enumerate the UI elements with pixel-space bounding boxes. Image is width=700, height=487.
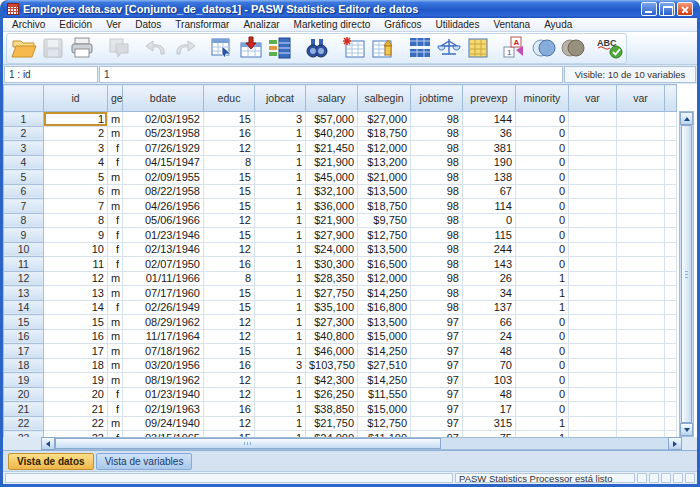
column-header-var1[interactable]: var: [569, 85, 617, 112]
cell-educ[interactable]: 12: [204, 141, 255, 156]
cell-educ[interactable]: 15: [204, 286, 255, 301]
cell-id[interactable]: 21: [44, 402, 108, 417]
cell-salbegin[interactable]: $18,750: [358, 199, 411, 214]
cell-prevexp[interactable]: 143: [463, 257, 516, 272]
cell-var1[interactable]: [569, 402, 617, 417]
cell-id[interactable]: 12: [44, 271, 108, 286]
cell-prevexp[interactable]: 48: [463, 344, 516, 359]
cell-salary[interactable]: $103,750: [306, 358, 358, 373]
recall-dialogs-icon[interactable]: [104, 34, 133, 62]
cell-gender[interactable]: m: [108, 199, 123, 214]
cell-minority[interactable]: 0: [516, 112, 569, 127]
cell-var2[interactable]: [617, 402, 665, 417]
cell-minority[interactable]: 0: [516, 199, 569, 214]
cell-salary[interactable]: $46,000: [306, 344, 358, 359]
cell-id[interactable]: 17: [44, 344, 108, 359]
row-header-11[interactable]: 11: [4, 257, 44, 272]
scroll-down-button[interactable]: [680, 423, 693, 436]
cell-var1[interactable]: [569, 300, 617, 315]
row-header-6[interactable]: 6: [4, 184, 44, 199]
save-icon[interactable]: [38, 34, 67, 62]
cell-jobtime[interactable]: 98: [411, 126, 463, 141]
cell-id[interactable]: 15: [44, 315, 108, 330]
row-header-4[interactable]: 4: [4, 155, 44, 170]
cell-id[interactable]: 1: [44, 112, 108, 127]
cell-jobtime[interactable]: 97: [411, 402, 463, 417]
menu-datos[interactable]: Datos: [128, 18, 168, 31]
cell-salary[interactable]: $40,200: [306, 126, 358, 141]
cell-jobtime[interactable]: 98: [411, 257, 463, 272]
cell-salary[interactable]: $38,850: [306, 402, 358, 417]
cell-var1[interactable]: [569, 199, 617, 214]
column-header-bdate[interactable]: bdate: [123, 85, 204, 112]
print-icon[interactable]: [67, 34, 96, 62]
cell-bdate[interactable]: 07/18/1962: [123, 344, 204, 359]
cell-jobcat[interactable]: 1: [255, 300, 306, 315]
cell-gender[interactable]: f: [108, 257, 123, 272]
cell-jobtime[interactable]: 98: [411, 184, 463, 199]
cell-var1[interactable]: [569, 358, 617, 373]
grid-corner-cell[interactable]: [4, 85, 44, 112]
cell-educ[interactable]: 15: [204, 228, 255, 243]
cell-educ[interactable]: 12: [204, 387, 255, 402]
cell-prevexp[interactable]: 103: [463, 373, 516, 388]
cell-gender[interactable]: m: [108, 358, 123, 373]
cell-bdate[interactable]: 09/24/1940: [123, 416, 204, 431]
cell-salbegin[interactable]: $16,800: [358, 300, 411, 315]
cell-jobcat[interactable]: 1: [255, 329, 306, 344]
weight-cases-icon[interactable]: [434, 34, 463, 62]
find-icon[interactable]: [302, 34, 331, 62]
cell-salbegin[interactable]: $27,000: [358, 112, 411, 127]
cell-editor[interactable]: 1: [99, 66, 563, 83]
cell-salbegin[interactable]: $13,500: [358, 184, 411, 199]
menu-ver[interactable]: Ver: [99, 18, 128, 31]
cell-var1[interactable]: [569, 286, 617, 301]
goto-variable-icon[interactable]: [236, 34, 265, 62]
value-labels-icon[interactable]: 1A: [500, 34, 529, 62]
column-header-var2[interactable]: var: [617, 85, 665, 112]
cell-bdate[interactable]: 04/15/1947: [123, 155, 204, 170]
cell-salbegin[interactable]: $12,000: [358, 271, 411, 286]
cell-var2[interactable]: [617, 315, 665, 330]
goto-case-icon[interactable]: [207, 34, 236, 62]
cell-prevexp[interactable]: 315: [463, 416, 516, 431]
cell-educ[interactable]: 16: [204, 257, 255, 272]
cell-gender[interactable]: f: [108, 155, 123, 170]
redo-icon[interactable]: [170, 34, 199, 62]
cell-salary[interactable]: $21,750: [306, 416, 358, 431]
cell-prevexp[interactable]: 114: [463, 199, 516, 214]
cell-salary[interactable]: $26,250: [306, 387, 358, 402]
column-header-salary[interactable]: salary: [306, 85, 358, 112]
cell-minority[interactable]: 0: [516, 126, 569, 141]
cell-salary[interactable]: $30,300: [306, 257, 358, 272]
cell-var2[interactable]: [617, 257, 665, 272]
cell-gender[interactable]: m: [108, 329, 123, 344]
cell-bdate[interactable]: 02/07/1950: [123, 257, 204, 272]
scroll-left-button[interactable]: [41, 437, 55, 450]
cell-jobcat[interactable]: 3: [255, 112, 306, 127]
cell-gender[interactable]: m: [108, 315, 123, 330]
cell-jobcat[interactable]: 1: [255, 402, 306, 417]
vertical-scroll-thumb[interactable]: [681, 125, 692, 423]
cell-bdate[interactable]: 01/23/1946: [123, 228, 204, 243]
cell-var1[interactable]: [569, 170, 617, 185]
row-header-21[interactable]: 21: [4, 402, 44, 417]
cell-var1[interactable]: [569, 344, 617, 359]
cell-prevexp[interactable]: 137: [463, 300, 516, 315]
cell-salary[interactable]: $36,000: [306, 199, 358, 214]
cell-var2[interactable]: [617, 126, 665, 141]
cell-minority[interactable]: 0: [516, 141, 569, 156]
row-header-19[interactable]: 19: [4, 373, 44, 388]
cell-var2[interactable]: [617, 416, 665, 431]
cell-salbegin[interactable]: $27,510: [358, 358, 411, 373]
cell-var1[interactable]: [569, 329, 617, 344]
cell-var2[interactable]: [617, 170, 665, 185]
column-header-id[interactable]: id: [44, 85, 108, 112]
cell-var2[interactable]: [617, 358, 665, 373]
cell-id[interactable]: 22: [44, 416, 108, 431]
row-header-17[interactable]: 17: [4, 344, 44, 359]
row-header-1[interactable]: 1: [4, 112, 44, 127]
cell-educ[interactable]: 16: [204, 358, 255, 373]
cell-jobtime[interactable]: 97: [411, 315, 463, 330]
column-header-jobcat[interactable]: jobcat: [255, 85, 306, 112]
